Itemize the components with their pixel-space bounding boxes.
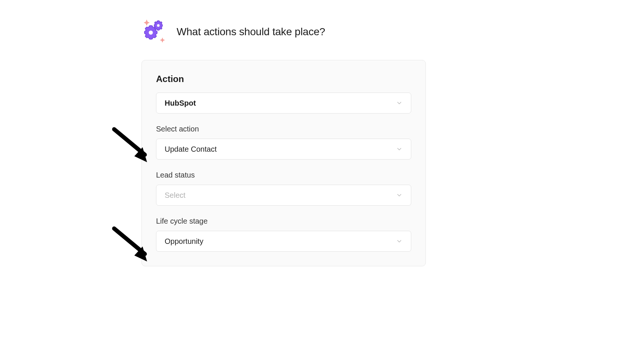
select-action-value: Update Contact [165,145,217,154]
select-action-select[interactable]: Update Contact [156,139,411,160]
lead-status-placeholder: Select [165,191,186,200]
integration-select-value: HubSpot [165,99,196,108]
svg-point-1 [157,24,160,27]
chevron-down-icon [396,238,403,245]
action-card: Action HubSpot Select action Update Cont… [141,60,426,266]
chevron-down-icon [396,100,403,106]
chevron-down-icon [396,192,403,199]
gears-icon [141,19,168,45]
svg-line-4 [114,229,145,254]
lead-status-label: Lead status [156,171,411,179]
select-action-label: Select action [156,125,411,133]
header-row: What actions should take place? [141,19,426,45]
svg-point-0 [149,31,153,35]
integration-select[interactable]: HubSpot [156,93,411,114]
lead-status-select[interactable]: Select [156,185,411,206]
life-cycle-stage-value: Opportunity [165,237,203,246]
chevron-down-icon [396,146,403,152]
life-cycle-stage-label: Life cycle stage [156,217,411,226]
card-heading: Action [156,74,411,84]
page-title: What actions should take place? [177,26,325,38]
life-cycle-stage-select[interactable]: Opportunity [156,231,411,252]
svg-line-2 [114,129,145,155]
